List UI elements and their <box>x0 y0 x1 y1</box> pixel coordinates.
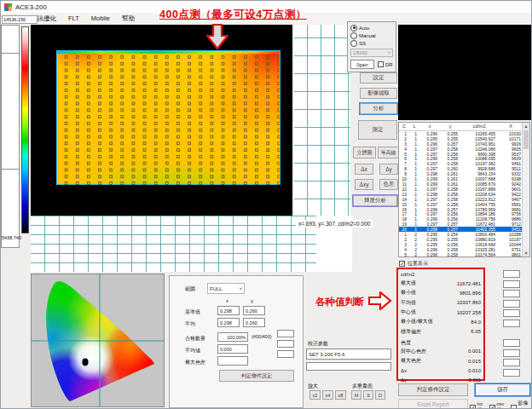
zoom-label: 放大 <box>308 383 318 390</box>
column-header[interactable]: L <box>409 123 419 130</box>
file-checkbox-csv檔[interactable]: ✓csv檔 <box>489 401 507 409</box>
delta-x-button[interactable]: Δx <box>355 164 373 175</box>
gain-field[interactable]: 0gain <box>350 60 374 69</box>
save-button[interactable]: 儲存 <box>475 383 530 396</box>
contour-button[interactable]: 等高線 <box>378 147 399 158</box>
white-point-marker <box>82 359 88 366</box>
settings-button[interactable]: 設定 <box>360 72 397 84</box>
data-grid-bottom <box>31 216 316 272</box>
judge-box <box>503 290 520 297</box>
col-y-header: y <box>251 298 253 303</box>
scrollbar-thumb[interactable] <box>523 130 529 149</box>
results-panel: cd/m2 最大值11672.481最小值9801.896平均值10307.86… <box>396 268 485 381</box>
file-checkbox-label: 影像檔 <box>518 400 531 409</box>
excel-report-button[interactable]: Excel Report <box>398 399 468 409</box>
table-row[interactable]: 520.2960.25810174.5649801 <box>399 252 529 257</box>
solid-view-button[interactable]: 立體圖 <box>353 147 376 158</box>
file-format-checkboxes: ✓txt檔✓csv檔影像檔 <box>470 400 531 409</box>
delta-y-button[interactable]: Δy <box>379 164 398 175</box>
window-title: ACE3-200 <box>15 3 47 11</box>
scroll-down-icon[interactable]: ▼ <box>523 250 529 256</box>
avg-y-value: 0.260 <box>246 320 257 325</box>
position-display-checkbox[interactable]: ✓ 位置表示 <box>399 260 428 268</box>
ref-y-field[interactable]: 0.260 <box>243 306 265 315</box>
menu-item[interactable]: FLT <box>68 14 79 22</box>
column-header[interactable]: C <box>399 123 409 130</box>
measurement-points-grid <box>57 53 280 186</box>
delta-xy-button[interactable]: Δxy <box>355 179 373 190</box>
radio-auto[interactable]: Auto <box>350 24 396 32</box>
color-diff-button[interactable]: 色差 <box>379 179 398 190</box>
mean-diff-label: 平均値 <box>185 347 200 354</box>
average-label: 平均 <box>185 320 195 328</box>
radio-manual[interactable]: Manual <box>350 32 396 39</box>
capture-button[interactable]: 影像擷取 <box>360 88 397 99</box>
result-row: 標準偏差6.05 <box>401 326 481 336</box>
camera-preview <box>398 25 532 120</box>
avg-y-field[interactable]: 0.260 <box>243 318 265 327</box>
zoom-x8-button[interactable]: x8 <box>335 390 346 400</box>
calib-params-field-2[interactable] <box>306 362 391 371</box>
calib-params-value: SET 3-200 F5.6 <box>309 352 344 357</box>
pass-rate-value: 100.00% <box>227 335 246 340</box>
column-header[interactable]: cd/m2 <box>460 123 498 130</box>
checkbox-icon <box>511 405 517 409</box>
col-x-header: x <box>226 298 228 303</box>
result-row: 與中心色差0.001 <box>401 347 481 356</box>
cie-horseshoe <box>32 274 164 406</box>
multi-m-button[interactable]: M <box>351 390 361 400</box>
checkbox-icon: ✓ <box>470 405 476 409</box>
radio-ss[interactable]: SS <box>350 39 396 47</box>
file-checkbox-txt檔[interactable]: ✓txt檔 <box>470 401 486 409</box>
scale-divider <box>2 169 19 170</box>
result-row: 中心值10207.258 <box>401 308 481 317</box>
result-row: 平均值10307.860 <box>401 298 481 308</box>
avg-x-field[interactable]: 0.298 <box>217 318 240 327</box>
measurement-image-view[interactable] <box>31 25 292 216</box>
ref-x-field[interactable]: 0.298 <box>217 306 240 315</box>
result-row: 最大色差0.015 <box>401 356 481 366</box>
multi-d-button[interactable]: D <box>375 390 385 400</box>
judge-box <box>503 359 520 366</box>
judge-condition-button-range[interactable]: 判定條件設定 <box>219 370 294 382</box>
scroll-up-icon[interactable]: ▲ <box>523 123 529 130</box>
data-grid-right <box>294 25 350 216</box>
radio-label: Auto <box>359 26 369 31</box>
zoom-x2-button[interactable]: x2 <box>309 390 321 400</box>
file-checkbox-label: txt檔 <box>477 401 486 409</box>
mean-diff-value: 0.000 <box>220 347 232 352</box>
judge-box <box>503 369 520 377</box>
dr-checkbox[interactable]: DR <box>378 61 393 67</box>
range-judge-boxes <box>277 330 294 358</box>
shutter-select[interactable]: 1/8192 ˅ <box>350 49 393 57</box>
calib-params-field[interactable]: SET 3-200 F5.6 <box>306 349 391 360</box>
judge-box <box>503 320 520 327</box>
judge-condition-button[interactable]: 判定條件設定 <box>398 383 468 396</box>
zoom-x4-button[interactable]: x4 <box>322 390 333 400</box>
max-diff-field <box>217 356 248 366</box>
annotation-points-text: 400点测（最多可设4万点测） <box>159 8 307 22</box>
column-header[interactable]: y <box>440 123 460 130</box>
panel-luminance-image[interactable] <box>56 50 280 185</box>
measure-button[interactable]: 測定 <box>358 120 397 140</box>
lum-judge-boxes <box>503 270 520 327</box>
multi-s-button[interactable]: S <box>363 390 373 400</box>
radio-icon <box>350 25 357 32</box>
analyze-button[interactable]: 分析 <box>360 103 397 114</box>
ref-x-value: 0.298 <box>220 308 232 314</box>
range-value: FULL <box>210 286 223 291</box>
measure-table-body: 110.2960.25510265.45510030210.2950.25510… <box>399 131 529 257</box>
range-select[interactable]: FULL ˅ <box>207 283 245 294</box>
checkbox-icon: ✓ <box>489 405 495 409</box>
menu-item[interactable]: Mobile <box>91 14 110 22</box>
column-header[interactable]: x <box>419 123 440 130</box>
column-header[interactable]: X <box>498 123 523 130</box>
table-scrollbar[interactable]: ▲ ▼ <box>522 123 529 256</box>
chevron-down-icon: ˅ <box>388 50 390 55</box>
menu-item[interactable]: 幫助 <box>122 14 135 23</box>
luminance-analysis-button[interactable]: 輝度分析 <box>353 195 397 206</box>
annotation-right-arrow-icon <box>368 291 392 310</box>
file-checkbox-影像檔[interactable]: 影像檔 <box>511 400 531 409</box>
zoom-buttons: x2x4x8 <box>309 390 346 400</box>
judge-box <box>503 339 520 347</box>
